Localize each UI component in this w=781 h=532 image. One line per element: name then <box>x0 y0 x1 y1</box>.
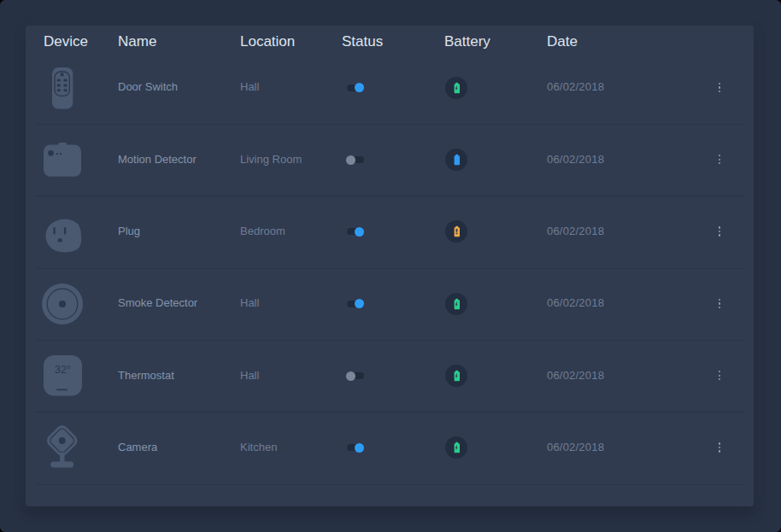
svg-text:32°: 32° <box>55 364 71 376</box>
